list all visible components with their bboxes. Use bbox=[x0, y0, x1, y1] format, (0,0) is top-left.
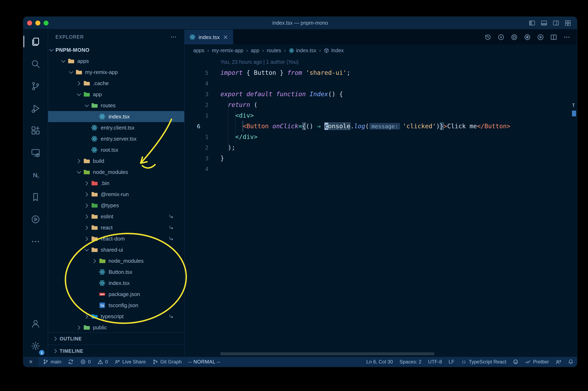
close-window-button[interactable] bbox=[27, 20, 32, 25]
tree-item-build[interactable]: build bbox=[48, 155, 184, 167]
line-number: 5 bbox=[185, 67, 208, 78]
code-line: 2 return ( bbox=[185, 99, 577, 110]
live-share[interactable]: Live Share bbox=[111, 357, 149, 367]
chevron-right-icon bbox=[76, 324, 82, 331]
breadcrumb-item-my-remix-app[interactable]: my-remix-app bbox=[212, 48, 243, 53]
activity-bookmarks[interactable] bbox=[23, 186, 48, 208]
file-annotations[interactable] bbox=[524, 33, 531, 40]
tree-item-index-tsx[interactable]: index.tsx bbox=[48, 111, 184, 122]
split-editor[interactable] bbox=[550, 33, 557, 40]
tree-item-public[interactable]: public bbox=[48, 322, 184, 332]
notifications[interactable] bbox=[565, 357, 577, 367]
tree-item-tsconfig-json[interactable]: TStsconfig.json bbox=[48, 300, 184, 311]
open-changes[interactable] bbox=[511, 33, 518, 40]
eol-sequence[interactable]: LF bbox=[445, 357, 458, 367]
sync-changes[interactable] bbox=[65, 357, 77, 367]
activity-remote-explorer[interactable] bbox=[23, 141, 48, 164]
react-icon bbox=[99, 113, 106, 120]
cursor-position[interactable]: Ln 6, Col 30 bbox=[363, 357, 396, 367]
activity-more-views[interactable] bbox=[23, 230, 48, 252]
feedback-smiley[interactable] bbox=[510, 357, 522, 367]
sidebar-section-outline[interactable]: OUTLINE bbox=[48, 332, 184, 345]
tunnel-voice[interactable] bbox=[552, 357, 565, 367]
tree-item-index-tsx[interactable]: index.tsx bbox=[48, 278, 184, 289]
toggle-primary-sidebar-icon[interactable] bbox=[529, 20, 535, 26]
activity-run-debug[interactable] bbox=[23, 97, 48, 119]
chevron-right-icon bbox=[76, 158, 82, 164]
minimize-window-button[interactable] bbox=[35, 20, 40, 25]
tree-item-shared-ui[interactable]: shared-ui bbox=[48, 244, 184, 255]
problems-errors[interactable]: 0 bbox=[77, 357, 94, 367]
tree-root-pnpm-mono[interactable]: PNPM-MONO bbox=[48, 44, 184, 56]
explorer-sidebar: EXPLORER PNPM-MONO appsmy-remix-app.cach… bbox=[48, 30, 185, 357]
tree-item-react[interactable]: react bbox=[48, 222, 184, 233]
git-graph[interactable]: Git Graph bbox=[149, 357, 185, 367]
toggle-secondary-sidebar-icon[interactable] bbox=[553, 20, 559, 26]
tree-item-eslint[interactable]: eslint bbox=[48, 211, 184, 222]
breadcrumb-item-app[interactable]: app bbox=[251, 48, 259, 53]
tree-item-label: @types bbox=[101, 202, 119, 208]
tree-item--bin[interactable]: .bin bbox=[48, 178, 184, 189]
activity-explorer[interactable] bbox=[23, 30, 48, 53]
line-number: 2 bbox=[185, 99, 208, 110]
sidebar-section-timeline[interactable]: TIMELINE bbox=[48, 345, 184, 357]
breadcrumb-item-index.tsx[interactable]: index.tsx bbox=[289, 48, 316, 53]
tree-item--cache[interactable]: .cache bbox=[48, 78, 184, 89]
tree-item-typescript[interactable]: typescript bbox=[48, 311, 184, 322]
timeline-history[interactable] bbox=[484, 33, 491, 40]
tree-item-entry-client-tsx[interactable]: entry.client.tsx bbox=[48, 122, 184, 133]
activity-source-control[interactable] bbox=[23, 75, 48, 97]
tree-item-node-modules[interactable]: node_modules bbox=[48, 255, 184, 266]
tree-item-label: react-dom bbox=[101, 236, 125, 242]
views-more-actions-icon[interactable] bbox=[170, 34, 177, 40]
breadcrumb-item-index[interactable]: Index bbox=[324, 48, 344, 53]
tree-item-react-dom[interactable]: react-dom bbox=[48, 233, 184, 244]
tree-item-my-remix-app[interactable]: my-remix-app bbox=[48, 67, 184, 78]
folder-icon bbox=[91, 191, 98, 198]
zoom-window-button[interactable] bbox=[44, 20, 49, 25]
language-mode[interactable]: {}TypeScript React bbox=[458, 357, 510, 367]
tree-item-label: Button.tsx bbox=[108, 269, 132, 275]
activity-live-preview[interactable] bbox=[23, 208, 48, 230]
breadcrumb-item-routes[interactable]: routes bbox=[267, 48, 281, 53]
problems-warnings[interactable]: 0 bbox=[94, 357, 111, 367]
tree-item-app[interactable]: app bbox=[48, 89, 184, 100]
activity-settings[interactable]: 1 bbox=[23, 335, 48, 357]
settings-badge: 1 bbox=[39, 350, 44, 355]
tree-item-routes[interactable]: routes bbox=[48, 100, 184, 111]
tree-item-entry-server-tsx[interactable]: entry.server.tsx bbox=[48, 133, 184, 144]
breadcrumb-separator: › bbox=[284, 48, 286, 53]
tree-item-package-json[interactable]: npmpackage.json bbox=[48, 289, 184, 300]
indentation[interactable]: Spaces: 2 bbox=[396, 357, 425, 367]
remote-indicator[interactable] bbox=[23, 357, 38, 367]
tree-item--remix-run[interactable]: @remix-run bbox=[48, 189, 184, 200]
gitlens-blame-lens[interactable]: You, 23 hours ago | 1 author (You) bbox=[185, 57, 577, 67]
activity-accounts[interactable] bbox=[23, 312, 48, 335]
toggle-file-blame[interactable] bbox=[497, 33, 504, 40]
activity-extensions[interactable] bbox=[23, 119, 48, 141]
run-file[interactable] bbox=[537, 33, 544, 40]
more-actions[interactable] bbox=[563, 33, 570, 40]
tree-item-root-tsx[interactable]: root.tsx bbox=[48, 144, 184, 155]
tree-item-button-tsx[interactable]: Button.tsx bbox=[48, 266, 184, 278]
tree-item-label: shared-ui bbox=[101, 247, 123, 253]
prettier[interactable]: Prettier bbox=[522, 357, 552, 367]
encoding[interactable]: UTF-8 bbox=[425, 357, 445, 367]
line-number: 3 bbox=[185, 153, 208, 164]
toggle-panel-icon[interactable] bbox=[541, 20, 547, 26]
tab-index-tsx[interactable]: index.tsx bbox=[185, 30, 233, 44]
tree-item-apps[interactable]: apps bbox=[48, 56, 184, 67]
activity-nx-console[interactable]: N≥ bbox=[23, 164, 48, 186]
activity-search[interactable] bbox=[23, 53, 48, 75]
tree-item-node-modules[interactable]: node_modules bbox=[48, 167, 184, 178]
tree-item-label: package.json bbox=[108, 291, 140, 297]
customize-layout-icon[interactable] bbox=[565, 20, 571, 26]
code-editor[interactable]: You, 23 hours ago | 1 author (You) 5impo… bbox=[185, 57, 577, 357]
window-controls bbox=[27, 17, 49, 29]
tree-item--types[interactable]: @types bbox=[48, 200, 184, 211]
horizontal-scrollbar[interactable] bbox=[220, 352, 434, 355]
close-tab-icon[interactable] bbox=[223, 34, 229, 40]
git-branch[interactable]: main bbox=[39, 357, 65, 367]
vim-mode[interactable]: -- NORMAL -- bbox=[185, 357, 224, 367]
breadcrumb-item-apps[interactable]: apps bbox=[193, 48, 204, 53]
